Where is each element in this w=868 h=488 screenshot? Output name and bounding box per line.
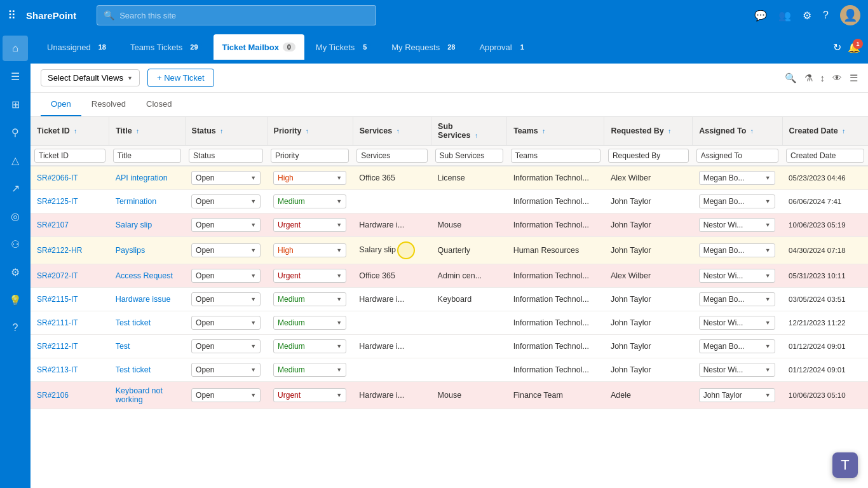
col-created-date[interactable]: Created Date ↑ xyxy=(782,117,868,146)
group-icon[interactable]: ☰ xyxy=(850,72,858,84)
filter-icon[interactable]: ⚗ xyxy=(804,72,813,84)
chat-icon[interactable]: 💬 xyxy=(754,10,767,22)
people-icon[interactable]: 👥 xyxy=(778,10,791,22)
assigned-to-dropdown[interactable]: Megan Bo...▼ xyxy=(699,339,775,353)
hide-icon[interactable]: 👁 xyxy=(832,72,842,83)
col-status[interactable]: Status ↑ xyxy=(185,117,267,146)
assigned-to-dropdown[interactable]: Megan Bo...▼ xyxy=(699,292,775,306)
assigned-to-dropdown[interactable]: Nestor Wi...▼ xyxy=(699,316,775,330)
filter-status[interactable] xyxy=(189,149,263,163)
sidebar-item-menu[interactable]: ☰ xyxy=(3,64,28,89)
tab-my-requests[interactable]: My Requests 28 xyxy=(383,34,468,60)
waffle-icon[interactable]: ⠿ xyxy=(8,8,16,22)
ticket-title-link[interactable]: Hardware issue xyxy=(116,295,171,304)
tab-approval[interactable]: Approval 1 xyxy=(470,34,537,60)
ticket-id-link[interactable]: SR#2072-IT xyxy=(37,271,78,280)
filter-teams[interactable] xyxy=(511,149,600,163)
filter-priority[interactable] xyxy=(271,149,349,163)
priority-dropdown[interactable]: Medium▼ xyxy=(273,194,346,208)
status-dropdown[interactable]: Open▼ xyxy=(191,218,261,232)
priority-dropdown[interactable]: High▼ xyxy=(273,171,346,185)
ticket-id-link[interactable]: SR#2106 xyxy=(37,391,69,400)
priority-dropdown[interactable]: High▼ xyxy=(273,243,346,257)
col-title[interactable]: Title ↑ xyxy=(109,117,185,146)
filter-sub-services[interactable] xyxy=(435,149,503,163)
assigned-to-dropdown[interactable]: John Taylor▼ xyxy=(699,388,775,402)
assigned-to-dropdown[interactable]: Nestor Wi...▼ xyxy=(699,363,775,377)
col-priority[interactable]: Priority ↑ xyxy=(267,117,353,146)
status-tab-resolved[interactable]: Resolved xyxy=(81,93,136,116)
teams-fab[interactable]: T xyxy=(832,452,858,478)
status-dropdown[interactable]: Open▼ xyxy=(191,194,261,208)
status-tab-closed[interactable]: Closed xyxy=(136,93,182,116)
priority-dropdown[interactable]: Urgent▼ xyxy=(273,218,346,232)
filter-created-date[interactable] xyxy=(786,149,864,163)
col-ticket-id[interactable]: Ticket ID ↑ xyxy=(31,117,109,146)
status-dropdown[interactable]: Open▼ xyxy=(191,171,261,185)
avatar[interactable]: 👤 xyxy=(840,5,860,25)
col-assigned-to[interactable]: Assigned To ↑ xyxy=(693,117,782,146)
status-dropdown[interactable]: Open▼ xyxy=(191,243,261,257)
ticket-title-link[interactable]: Termination xyxy=(116,197,157,206)
ticket-title-link[interactable]: Test xyxy=(116,342,130,351)
filter-ticket-id[interactable] xyxy=(34,149,105,163)
sidebar-item-lightbulb[interactable]: 💡 xyxy=(3,287,28,313)
sidebar-item-alerts[interactable]: △ xyxy=(3,147,28,173)
assigned-to-dropdown[interactable]: Megan Bo...▼ xyxy=(699,194,775,208)
priority-dropdown[interactable]: Medium▼ xyxy=(273,363,346,377)
sidebar-item-home[interactable]: ⌂ xyxy=(3,36,28,61)
ticket-id-link[interactable]: SR#2111-IT xyxy=(37,318,78,327)
search-bar[interactable]: 🔍 xyxy=(97,5,376,25)
priority-dropdown[interactable]: Medium▼ xyxy=(273,339,346,353)
search-input[interactable] xyxy=(119,11,369,20)
settings-icon[interactable]: ⚙ xyxy=(803,10,811,22)
ticket-id-link[interactable]: SR#2113-IT xyxy=(37,365,78,374)
tab-teams-tickets[interactable]: Teams Tickets 29 xyxy=(121,34,211,60)
status-dropdown[interactable]: Open▼ xyxy=(191,339,261,353)
status-tab-open[interactable]: Open xyxy=(41,93,81,116)
status-dropdown[interactable]: Open▼ xyxy=(191,316,261,330)
sidebar-item-connections[interactable]: ◎ xyxy=(3,203,28,229)
sidebar-item-analytics[interactable]: ↗ xyxy=(3,175,28,201)
tab-ticket-mailbox[interactable]: Ticket Mailbox 0 xyxy=(214,34,304,60)
col-sub-services[interactable]: Sub Services ↑ xyxy=(431,117,507,146)
ticket-id-link[interactable]: SR#2125-IT xyxy=(37,197,78,206)
tab-unassigned[interactable]: Unassigned 18 xyxy=(38,34,119,60)
ticket-id-link[interactable]: SR#2066-IT xyxy=(37,173,78,182)
sidebar-item-people[interactable]: ⚇ xyxy=(3,231,28,257)
ticket-id-link[interactable]: SR#2122-HR xyxy=(37,246,82,255)
help-icon[interactable]: ? xyxy=(823,10,829,21)
filter-services[interactable] xyxy=(356,149,427,163)
status-dropdown[interactable]: Open▼ xyxy=(191,269,261,283)
refresh-icon[interactable]: ↻ xyxy=(833,41,841,53)
assigned-to-dropdown[interactable]: Nestor Wi...▼ xyxy=(699,218,775,232)
status-dropdown[interactable]: Open▼ xyxy=(191,292,261,306)
assigned-to-dropdown[interactable]: Megan Bo...▼ xyxy=(699,171,775,185)
sidebar-item-settings[interactable]: ⚙ xyxy=(3,259,28,285)
search-toolbar-icon[interactable]: 🔍 xyxy=(785,72,797,84)
ticket-title-link[interactable]: Keyboard not working xyxy=(116,386,163,404)
notification-icon[interactable]: 🔔 1 xyxy=(848,41,860,53)
new-ticket-button[interactable]: + New Ticket xyxy=(147,69,214,87)
priority-dropdown[interactable]: Urgent▼ xyxy=(273,388,346,402)
ticket-id-link[interactable]: SR#2115-IT xyxy=(37,295,78,304)
ticket-title-link[interactable]: Payslips xyxy=(116,246,146,255)
status-dropdown[interactable]: Open▼ xyxy=(191,388,261,402)
col-teams[interactable]: Teams ↑ xyxy=(507,117,604,146)
col-requested-by[interactable]: Requested By ↑ xyxy=(604,117,693,146)
assigned-to-dropdown[interactable]: Nestor Wi...▼ xyxy=(699,269,775,283)
assigned-to-dropdown[interactable]: Megan Bo...▼ xyxy=(699,243,775,257)
view-select[interactable]: Select Default Views ▼ xyxy=(41,69,140,86)
ticket-id-link[interactable]: SR#2107 xyxy=(37,220,69,229)
filter-requested-by[interactable] xyxy=(608,149,689,163)
col-services[interactable]: Services ↑ xyxy=(353,117,431,146)
ticket-title-link[interactable]: Test ticket xyxy=(116,318,151,327)
ticket-id-link[interactable]: SR#2112-IT xyxy=(37,342,78,351)
ticket-title-link[interactable]: Access Request xyxy=(116,271,173,280)
priority-dropdown[interactable]: Medium▼ xyxy=(273,316,346,330)
sidebar-item-dashboard[interactable]: ⊞ xyxy=(3,92,28,117)
ticket-title-link[interactable]: Test ticket xyxy=(116,365,151,374)
priority-dropdown[interactable]: Medium▼ xyxy=(273,292,346,306)
status-dropdown[interactable]: Open▼ xyxy=(191,363,261,377)
tab-my-tickets[interactable]: My Tickets 5 xyxy=(307,34,380,60)
